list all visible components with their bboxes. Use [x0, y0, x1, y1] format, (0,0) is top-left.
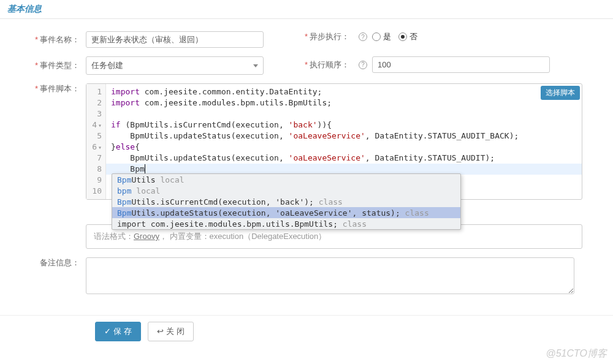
label-exec-order: *执行顺序：	[300, 59, 356, 70]
exec-order-input[interactable]	[372, 56, 550, 73]
save-button[interactable]: 保 存	[95, 322, 141, 341]
label-async-exec: *异步执行：	[300, 31, 356, 42]
label-event-name: *事件名称：	[31, 34, 86, 45]
ac-item[interactable]: bpm local	[112, 185, 460, 196]
async-radio-group: 是 否	[367, 31, 417, 42]
autocomplete-popup: BpmUtils local bpm local BpmUtils.isCurr…	[112, 173, 461, 230]
label-event-type: *事件类型：	[31, 60, 86, 71]
label-event-script: *事件脚本：	[31, 83, 86, 94]
remark-textarea[interactable]	[86, 257, 574, 294]
chevron-down-icon	[253, 64, 258, 67]
tab-basic-info[interactable]: 基本信息	[0, 0, 613, 19]
close-button[interactable]: 关 闭	[148, 322, 194, 341]
ac-item[interactable]: BpmUtils local	[112, 174, 460, 185]
fold-icon[interactable]: ▾	[98, 122, 102, 129]
ac-item[interactable]: BpmUtils.isCurrentCmd(execution, 'back')…	[112, 196, 460, 207]
ac-item-selected[interactable]: BpmUtils.updateStatus(execution, 'oaLeav…	[112, 207, 460, 218]
gutter: 1 2 3 4▾ 5 6▾ 7 8 9 10	[86, 84, 106, 199]
radio-no-label: 否	[409, 31, 417, 42]
label-remark: 备注信息：	[31, 257, 86, 268]
radio-yes[interactable]	[372, 32, 381, 41]
form: *事件名称： *异步执行： ? 是 否 *事件类型： 任务创建 *执行顺序： ?…	[0, 19, 613, 309]
fold-icon[interactable]: ▾	[98, 144, 102, 151]
select-script-button[interactable]: 选择脚本	[541, 86, 580, 100]
help-icon[interactable]: ?	[359, 61, 367, 69]
event-type-value: 任务创建	[91, 60, 123, 71]
radio-no[interactable]	[398, 32, 407, 41]
event-type-select[interactable]: 任务创建	[86, 56, 264, 75]
help-icon[interactable]: ?	[359, 32, 367, 41]
radio-yes-label: 是	[383, 31, 391, 42]
button-row: 保 存 关 闭	[0, 315, 613, 347]
ac-item[interactable]: import com.jeesite.modules.bpm.utils.Bpm…	[112, 218, 460, 229]
event-name-input[interactable]	[86, 31, 264, 48]
